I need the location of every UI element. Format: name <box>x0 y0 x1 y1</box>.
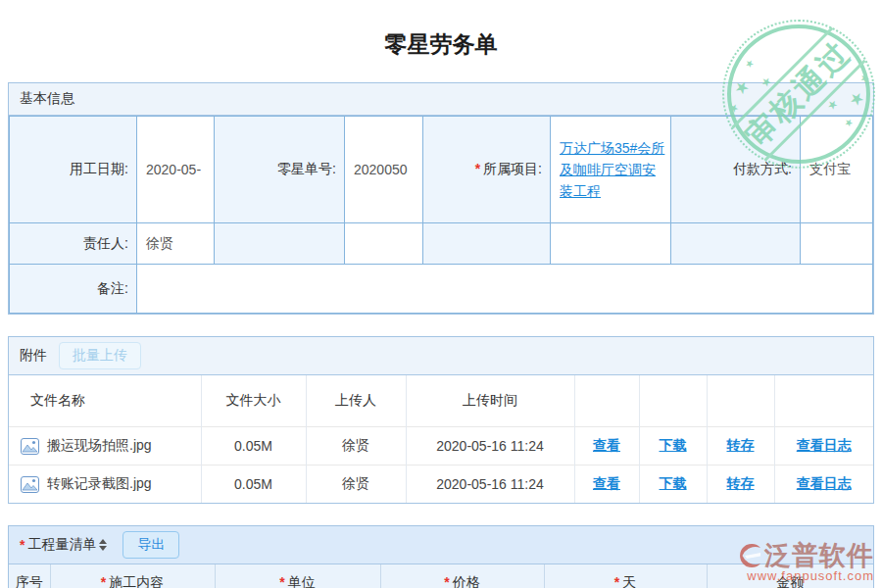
field-value-labor-date: 2020-05- <box>137 117 215 223</box>
required-asterisk: * <box>444 574 449 588</box>
transfer-link[interactable]: 转存 <box>727 437 755 453</box>
action-cell: 查看 <box>574 427 639 466</box>
file-size: 0.05M <box>201 466 306 504</box>
file-name: 搬运现场拍照.jpg <box>47 437 152 455</box>
label-text: 责任人: <box>83 235 128 251</box>
label-text: 所属项目: <box>483 161 542 176</box>
basic-info-panel: 基本信息 用工日期: 2020-05- 零星单号: 2020050 *所属项目:… <box>8 82 874 315</box>
action-cell: 下载 <box>639 466 707 504</box>
project-link[interactable]: 万达广场35#会所及咖啡厅空调安装工程 <box>560 140 664 199</box>
field-value-payment-method: 支付宝 <box>801 117 873 223</box>
field-value-responsible-person: 徐贤 <box>137 223 215 265</box>
field-label-responsible-person: 责任人: <box>10 223 137 265</box>
col-action <box>639 375 707 427</box>
field-label-order-number: 零星单号: <box>215 117 345 223</box>
view-log-link[interactable]: 查看日志 <box>797 475 852 491</box>
value-text: 2020050 <box>354 162 408 177</box>
label-text: 备注: <box>97 280 128 296</box>
col-days: *天 <box>544 564 707 588</box>
col-action <box>774 375 873 427</box>
boq-panel: * 工程量清单 导出 序号 *施工内容 *单位 *价格 *天 金额 1 空调搬运… <box>8 525 874 588</box>
view-link[interactable]: 查看 <box>593 437 620 453</box>
sort-spinner[interactable] <box>99 539 107 551</box>
empty-cell <box>801 223 873 265</box>
sort-down-icon <box>99 546 107 551</box>
download-link[interactable]: 下载 <box>660 437 687 453</box>
basic-info-table: 用工日期: 2020-05- 零星单号: 2020050 *所属项目: 万达广场… <box>9 116 873 314</box>
required-asterisk: * <box>475 161 480 176</box>
field-label-project: *所属项目: <box>423 117 551 223</box>
view-link[interactable]: 查看 <box>593 475 620 491</box>
table-row: 搬运现场拍照.jpg 0.05M 徐贤 2020-05-16 11:24 查看 … <box>9 427 873 466</box>
col-label: 天 <box>622 574 636 588</box>
col-serial: 序号 <box>9 564 50 588</box>
table-header-row: 文件名称 文件大小 上传人 上传时间 <box>9 375 873 427</box>
image-file-icon <box>21 438 39 455</box>
empty-cell <box>345 223 423 265</box>
boq-table: 序号 *施工内容 *单位 *价格 *天 金额 1 空调搬运 项 300.00 1… <box>9 564 873 588</box>
required-asterisk: * <box>101 574 106 588</box>
empty-cell <box>423 223 551 265</box>
col-file-size: 文件大小 <box>201 375 306 427</box>
action-cell: 转存 <box>707 427 774 466</box>
export-button[interactable]: 导出 <box>122 531 179 559</box>
label-text: 零星单号: <box>277 161 336 176</box>
upload-time: 2020-05-16 11:24 <box>406 427 574 466</box>
empty-cell <box>671 223 801 265</box>
required-asterisk: * <box>20 537 24 553</box>
col-label: 施工内容 <box>109 574 164 588</box>
sort-up-icon <box>99 539 107 544</box>
field-label-remarks: 备注: <box>10 265 137 314</box>
empty-cell <box>215 223 345 265</box>
col-label: 单位 <box>288 574 316 588</box>
col-label: 金额 <box>776 574 804 588</box>
basic-info-header: 基本信息 <box>9 83 873 116</box>
value-text: 2020-05- <box>146 162 201 177</box>
file-size: 0.05M <box>201 427 306 466</box>
basic-info-title: 基本信息 <box>20 90 74 108</box>
label-text: 用工日期: <box>70 161 128 176</box>
col-unit: *单位 <box>215 564 380 588</box>
required-asterisk: * <box>279 574 284 588</box>
col-label: 价格 <box>453 574 480 588</box>
table-row: 转账记录截图.jpg 0.05M 徐贤 2020-05-16 11:24 查看 … <box>9 466 873 504</box>
image-file-icon <box>21 476 39 493</box>
table-row: 用工日期: 2020-05- 零星单号: 2020050 *所属项目: 万达广场… <box>10 117 873 223</box>
boq-header: * 工程量清单 导出 <box>9 526 873 564</box>
action-cell: 查看日志 <box>774 427 873 466</box>
required-asterisk: * <box>614 574 619 588</box>
attachments-panel: 附件 批量上传 文件名称 文件大小 上传人 上传时间 搬运现场拍照.jpg 0.… <box>8 336 874 504</box>
col-action <box>707 375 774 427</box>
view-log-link[interactable]: 查看日志 <box>797 437 852 453</box>
file-name-cell: 搬运现场拍照.jpg <box>9 427 201 466</box>
attachments-table: 文件名称 文件大小 上传人 上传时间 搬运现场拍照.jpg 0.05M 徐贤 2… <box>9 375 873 503</box>
file-name-cell: 转账记录截图.jpg <box>9 466 201 504</box>
col-upload-time: 上传时间 <box>406 375 574 427</box>
value-text: 支付宝 <box>809 161 851 176</box>
uploader: 徐贤 <box>306 466 406 504</box>
uploader: 徐贤 <box>306 427 406 466</box>
col-price: *价格 <box>380 564 544 588</box>
action-cell: 查看日志 <box>774 466 873 504</box>
attachments-title: 附件 <box>20 347 47 365</box>
value-text: 徐贤 <box>146 235 173 251</box>
transfer-link[interactable]: 转存 <box>727 475 755 491</box>
batch-upload-button[interactable]: 批量上传 <box>59 342 141 369</box>
action-cell: 转存 <box>707 466 774 504</box>
col-construction-content: *施工内容 <box>50 564 215 588</box>
upload-time: 2020-05-16 11:24 <box>406 466 574 504</box>
download-link[interactable]: 下载 <box>660 475 687 491</box>
field-label-payment-method: 付款方式: <box>671 117 801 223</box>
field-label-labor-date: 用工日期: <box>10 117 137 223</box>
label-text: 付款方式: <box>733 161 792 176</box>
empty-cell <box>551 223 671 265</box>
table-header-row: 序号 *施工内容 *单位 *价格 *天 金额 <box>9 564 873 588</box>
col-label: 序号 <box>16 574 43 588</box>
field-value-order-number: 2020050 <box>345 117 423 223</box>
field-value-project: 万达广场35#会所及咖啡厅空调安装工程 <box>551 117 671 223</box>
col-uploader: 上传人 <box>306 375 406 427</box>
col-amount: 金额 <box>707 564 873 588</box>
table-row: 责任人: 徐贤 <box>10 223 873 265</box>
file-name: 转账记录截图.jpg <box>47 475 152 493</box>
boq-title: 工程量清单 <box>27 536 96 554</box>
